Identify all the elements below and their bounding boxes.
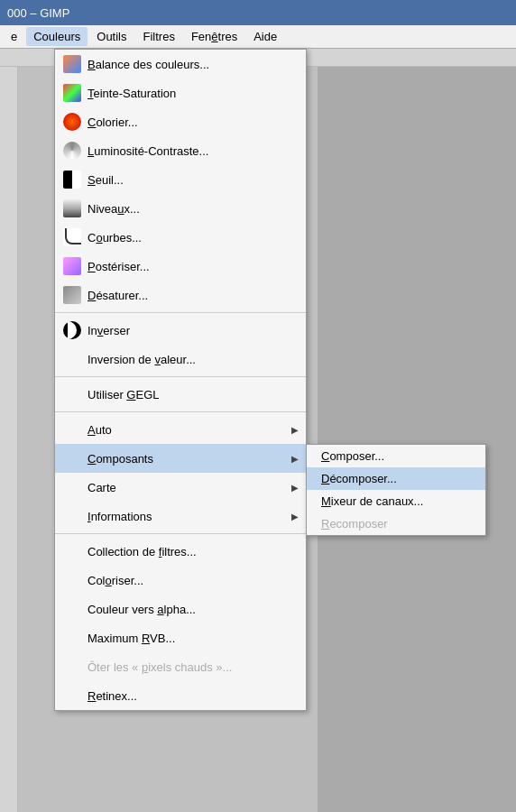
menu-item-courbes-label: Courbes... bbox=[88, 231, 299, 245]
canvas-area bbox=[318, 67, 516, 812]
niveaux-icon bbox=[62, 198, 82, 218]
separator-3 bbox=[55, 411, 306, 412]
menu-bar: e Couleurs Outils Filtres Fenêtres Aide bbox=[0, 25, 516, 49]
menu-item-collection[interactable]: Collection de filtres... bbox=[55, 537, 306, 566]
menu-item-inverser-label: Inverser bbox=[88, 324, 299, 337]
submenu-item-composer-label: Composer... bbox=[321, 449, 384, 463]
menu-item-oter-pixels: Ôter les « pixels chauds »... bbox=[55, 652, 306, 681]
balance-icon bbox=[62, 54, 82, 74]
inverser-icon bbox=[62, 320, 82, 340]
menu-bar-item-fenetres[interactable]: Fenêtres bbox=[184, 27, 244, 46]
submenu-item-mixeur-canaux-label: Mixeur de canaux... bbox=[321, 494, 423, 508]
menu-item-coloriser[interactable]: Coloriser... bbox=[55, 566, 306, 595]
menu-item-teinte[interactable]: Teinte-Saturation bbox=[55, 78, 306, 107]
menu-item-coloriser-label: Coloriser... bbox=[88, 574, 299, 587]
auto-icon bbox=[62, 420, 82, 439]
seuil-icon bbox=[62, 170, 82, 189]
menu-item-posteriser[interactable]: Postériser... bbox=[55, 252, 306, 281]
menu-item-composants-label: Composants bbox=[88, 452, 291, 466]
menu-item-retinex-label: Retinex... bbox=[88, 689, 299, 703]
posteriser-icon bbox=[62, 256, 82, 276]
maximum-rvb-icon bbox=[62, 628, 82, 648]
submenu-item-recomposer-label: Recomposer bbox=[321, 517, 388, 531]
separator-2 bbox=[55, 376, 306, 377]
menu-item-utiliser-gegl[interactable]: Utiliser GEGL bbox=[55, 380, 306, 409]
menu-item-composants[interactable]: Composants ▶ Composer... Décomposer... M… bbox=[55, 444, 306, 473]
composants-arrow: ▶ bbox=[291, 454, 299, 464]
menu-item-inversion-valeur[interactable]: Inversion de valeur... bbox=[55, 345, 306, 374]
menu-bar-item-filtres[interactable]: Filtres bbox=[136, 27, 182, 46]
menu-item-balance[interactable]: Balance des couleurs... bbox=[55, 50, 306, 78]
menu-item-seuil-label: Seuil... bbox=[88, 173, 299, 187]
separator-4 bbox=[55, 533, 306, 534]
menu-item-retinex[interactable]: Retinex... bbox=[55, 681, 306, 710]
retinex-icon bbox=[62, 686, 82, 706]
menu-bar-item-outils[interactable]: Outils bbox=[89, 27, 134, 46]
coloriser-icon bbox=[62, 570, 82, 590]
menu-item-colorier[interactable]: Colorier... bbox=[55, 107, 306, 136]
couleurs-dropdown: Balance des couleurs... Teinte-Saturatio… bbox=[54, 49, 307, 711]
inversion-valeur-icon bbox=[62, 349, 82, 369]
menu-item-desaturer-label: Désaturer... bbox=[88, 289, 299, 302]
desaturer-icon bbox=[62, 285, 82, 305]
title-text: 000 – GIMP bbox=[7, 6, 69, 20]
colorier-icon bbox=[62, 112, 82, 132]
carte-arrow: ▶ bbox=[291, 483, 299, 493]
menu-bar-item-couleurs[interactable]: Couleurs bbox=[26, 27, 88, 46]
informations-icon bbox=[62, 506, 82, 526]
auto-arrow: ▶ bbox=[291, 425, 299, 435]
menu-item-inverser[interactable]: Inverser bbox=[55, 316, 306, 345]
carte-icon bbox=[62, 477, 82, 497]
menu-item-auto-label: Auto bbox=[88, 423, 291, 437]
menu-item-carte[interactable]: Carte ▶ bbox=[55, 473, 306, 502]
menu-item-maximum-rvb[interactable]: Maximum RVB... bbox=[55, 623, 306, 652]
menu-bar-item-aide[interactable]: Aide bbox=[246, 27, 284, 46]
composants-submenu: Composer... Décomposer... Mixeur de cana… bbox=[306, 444, 486, 536]
menu-item-collection-label: Collection de filtres... bbox=[88, 545, 299, 558]
menu-item-niveaux-label: Niveaux... bbox=[88, 202, 299, 216]
menu-item-informations-label: Informations bbox=[88, 510, 291, 523]
menu-item-seuil[interactable]: Seuil... bbox=[55, 165, 306, 194]
menu-item-teinte-label: Teinte-Saturation bbox=[88, 87, 299, 100]
submenu-item-decomposer[interactable]: Décomposer... bbox=[307, 467, 485, 490]
menu-bar-item-e[interactable]: e bbox=[4, 27, 24, 46]
menu-item-couleur-alpha[interactable]: Couleur vers alpha... bbox=[55, 595, 306, 623]
collection-icon bbox=[62, 541, 82, 561]
menu-item-informations[interactable]: Informations ▶ bbox=[55, 502, 306, 531]
menu-item-desaturer[interactable]: Désaturer... bbox=[55, 281, 306, 309]
menu-item-carte-label: Carte bbox=[88, 481, 291, 494]
submenu-item-mixeur-canaux[interactable]: Mixeur de canaux... bbox=[307, 490, 485, 512]
teinte-icon bbox=[62, 83, 82, 103]
title-bar: 000 – GIMP bbox=[0, 0, 516, 25]
informations-arrow: ▶ bbox=[291, 512, 299, 521]
menu-item-couleur-alpha-label: Couleur vers alpha... bbox=[88, 603, 299, 616]
menu-item-colorier-label: Colorier... bbox=[88, 115, 299, 129]
utiliser-gegl-icon bbox=[62, 384, 82, 404]
submenu-item-recomposer: Recomposer bbox=[307, 512, 485, 535]
menu-item-oter-pixels-label: Ôter les « pixels chauds »... bbox=[88, 660, 299, 674]
composants-icon bbox=[62, 448, 82, 468]
menu-item-utiliser-gegl-label: Utiliser GEGL bbox=[88, 388, 299, 401]
separator-1 bbox=[55, 312, 306, 313]
ruler-left bbox=[0, 67, 18, 812]
oter-pixels-icon bbox=[62, 657, 82, 677]
submenu-item-decomposer-label: Décomposer... bbox=[321, 472, 397, 485]
menu-item-auto[interactable]: Auto ▶ bbox=[55, 415, 306, 444]
menu-item-maximum-rvb-label: Maximum RVB... bbox=[88, 632, 299, 645]
menu-item-niveaux[interactable]: Niveaux... bbox=[55, 194, 306, 223]
luminosite-icon bbox=[62, 141, 82, 161]
menu-item-luminosite-label: Luminosité-Contraste... bbox=[88, 144, 299, 158]
menu-item-balance-label: Balance des couleurs... bbox=[88, 58, 299, 71]
menu-item-courbes[interactable]: Courbes... bbox=[55, 223, 306, 252]
menu-item-luminosite[interactable]: Luminosité-Contraste... bbox=[55, 136, 306, 165]
submenu-item-composer[interactable]: Composer... bbox=[307, 445, 485, 467]
couleur-alpha-icon bbox=[62, 599, 82, 619]
menu-item-inversion-valeur-label: Inversion de valeur... bbox=[88, 353, 299, 366]
courbes-icon bbox=[62, 227, 82, 247]
menu-item-posteriser-label: Postériser... bbox=[88, 260, 299, 273]
